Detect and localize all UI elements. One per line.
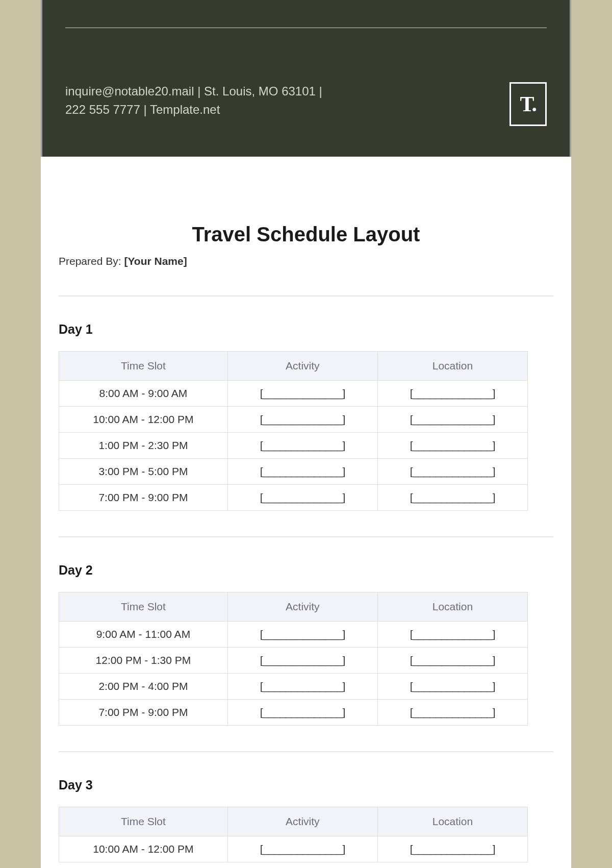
document-page: inquire@notable20.mail | St. Louis, MO 6… bbox=[41, 0, 571, 868]
logo-icon: T. bbox=[520, 92, 536, 116]
table-row: 12:00 PM - 1:30 PM[______________][_____… bbox=[59, 648, 528, 674]
table-row: 10:00 AM - 12:00 PM[______________][____… bbox=[59, 407, 528, 433]
document-header: inquire@notable20.mail | St. Louis, MO 6… bbox=[41, 0, 571, 157]
contact-line-1: inquire@notable20.mail | St. Louis, MO 6… bbox=[65, 82, 322, 101]
section-divider bbox=[59, 295, 553, 296]
header-divider bbox=[65, 28, 547, 28]
time-slot-cell: 8:00 AM - 9:00 AM bbox=[59, 381, 228, 407]
column-header-time_slot: Time Slot bbox=[59, 592, 228, 622]
section-divider bbox=[59, 751, 553, 752]
time-slot-cell: 10:00 AM - 12:00 PM bbox=[59, 836, 228, 862]
location-cell[interactable]: [______________] bbox=[377, 674, 527, 700]
location-cell[interactable]: [______________] bbox=[377, 407, 527, 433]
day-title: Day 3 bbox=[59, 778, 553, 792]
location-cell[interactable]: [______________] bbox=[377, 433, 527, 459]
day-section: Day 1Time SlotActivityLocation8:00 AM - … bbox=[59, 322, 553, 511]
table-header-row: Time SlotActivityLocation bbox=[59, 807, 528, 836]
time-slot-cell: 7:00 PM - 9:00 PM bbox=[59, 485, 228, 511]
table-header-row: Time SlotActivityLocation bbox=[59, 352, 528, 381]
activity-cell[interactable]: [______________] bbox=[227, 622, 377, 648]
activity-cell[interactable]: [______________] bbox=[227, 407, 377, 433]
day-section: Day 3Time SlotActivityLocation10:00 AM -… bbox=[59, 778, 553, 862]
column-header-activity: Activity bbox=[227, 592, 377, 622]
location-cell[interactable]: [______________] bbox=[377, 836, 527, 862]
time-slot-cell: 12:00 PM - 1:30 PM bbox=[59, 648, 228, 674]
location-cell[interactable]: [______________] bbox=[377, 622, 527, 648]
page-title: Travel Schedule Layout bbox=[59, 223, 553, 246]
section-divider bbox=[59, 536, 553, 537]
activity-cell[interactable]: [______________] bbox=[227, 381, 377, 407]
table-row: 3:00 PM - 5:00 PM[______________][______… bbox=[59, 459, 528, 485]
table-row: 9:00 AM - 11:00 AM[______________][_____… bbox=[59, 622, 528, 648]
table-row: 8:00 AM - 9:00 AM[______________][______… bbox=[59, 381, 528, 407]
column-header-location: Location bbox=[377, 807, 527, 836]
column-header-time_slot: Time Slot bbox=[59, 807, 228, 836]
day-section: Day 2Time SlotActivityLocation9:00 AM - … bbox=[59, 563, 553, 726]
title-section: Travel Schedule Layout bbox=[59, 223, 553, 246]
column-header-time_slot: Time Slot bbox=[59, 352, 228, 381]
activity-cell[interactable]: [______________] bbox=[227, 485, 377, 511]
contact-line-2: 222 555 7777 | Template.net bbox=[65, 101, 322, 119]
time-slot-cell: 10:00 AM - 12:00 PM bbox=[59, 407, 228, 433]
time-slot-cell: 9:00 AM - 11:00 AM bbox=[59, 622, 228, 648]
activity-cell[interactable]: [______________] bbox=[227, 700, 377, 726]
column-header-location: Location bbox=[377, 352, 527, 381]
location-cell[interactable]: [______________] bbox=[377, 459, 527, 485]
table-row: 7:00 PM - 9:00 PM[______________][______… bbox=[59, 485, 528, 511]
column-header-activity: Activity bbox=[227, 807, 377, 836]
location-cell[interactable]: [______________] bbox=[377, 648, 527, 674]
day-title: Day 1 bbox=[59, 322, 553, 337]
table-row: 10:00 AM - 12:00 PM[______________][____… bbox=[59, 836, 528, 862]
activity-cell[interactable]: [______________] bbox=[227, 459, 377, 485]
activity-cell[interactable]: [______________] bbox=[227, 648, 377, 674]
location-cell[interactable]: [______________] bbox=[377, 485, 527, 511]
time-slot-cell: 3:00 PM - 5:00 PM bbox=[59, 459, 228, 485]
table-row: 1:00 PM - 2:30 PM[______________][______… bbox=[59, 433, 528, 459]
activity-cell[interactable]: [______________] bbox=[227, 836, 377, 862]
logo-box: T. bbox=[509, 82, 547, 126]
column-header-location: Location bbox=[377, 592, 527, 622]
time-slot-cell: 2:00 PM - 4:00 PM bbox=[59, 674, 228, 700]
location-cell[interactable]: [______________] bbox=[377, 381, 527, 407]
table-row: 7:00 PM - 9:00 PM[______________][______… bbox=[59, 700, 528, 726]
time-slot-cell: 7:00 PM - 9:00 PM bbox=[59, 700, 228, 726]
prepared-by-label: Prepared By: bbox=[59, 255, 124, 267]
prepared-by: Prepared By: [Your Name] bbox=[59, 255, 553, 267]
location-cell[interactable]: [______________] bbox=[377, 700, 527, 726]
column-header-activity: Activity bbox=[227, 352, 377, 381]
days-container: Day 1Time SlotActivityLocation8:00 AM - … bbox=[59, 322, 553, 868]
header-content: inquire@notable20.mail | St. Louis, MO 6… bbox=[65, 31, 547, 126]
table-row: 2:00 PM - 4:00 PM[______________][______… bbox=[59, 674, 528, 700]
schedule-table: Time SlotActivityLocation9:00 AM - 11:00… bbox=[59, 592, 528, 726]
activity-cell[interactable]: [______________] bbox=[227, 433, 377, 459]
prepared-by-value: [Your Name] bbox=[124, 255, 187, 267]
document-content: Travel Schedule Layout Prepared By: [You… bbox=[41, 157, 571, 868]
header-contact-info: inquire@notable20.mail | St. Louis, MO 6… bbox=[65, 82, 322, 119]
activity-cell[interactable]: [______________] bbox=[227, 674, 377, 700]
day-title: Day 2 bbox=[59, 563, 553, 578]
schedule-table: Time SlotActivityLocation10:00 AM - 12:0… bbox=[59, 807, 528, 862]
time-slot-cell: 1:00 PM - 2:30 PM bbox=[59, 433, 228, 459]
table-header-row: Time SlotActivityLocation bbox=[59, 592, 528, 622]
schedule-table: Time SlotActivityLocation8:00 AM - 9:00 … bbox=[59, 351, 528, 511]
